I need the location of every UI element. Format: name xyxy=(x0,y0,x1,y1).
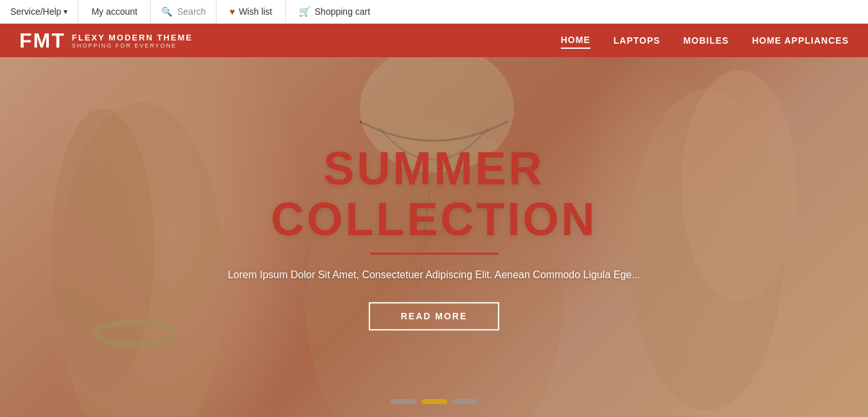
logo-tagline: SHOPPING FOR EVERYONE xyxy=(72,42,193,49)
my-account-menu[interactable]: My account xyxy=(78,0,151,23)
nav-link-mobiles[interactable]: MOBILES xyxy=(684,33,729,48)
hero-section: SUMMER COLLECTION Lorem Ipsum Dolor Sit … xyxy=(0,57,868,417)
heart-icon: ♥ xyxy=(229,6,235,17)
carousel-dot-3[interactable] xyxy=(452,399,478,404)
logo[interactable]: FMT FLEXY MODERN THEME SHOPPING FOR EVER… xyxy=(19,29,193,53)
carousel-dots xyxy=(391,399,478,404)
search-placeholder: Search xyxy=(177,6,206,17)
logo-name: FLEXY MODERN THEME xyxy=(72,33,193,42)
wish-list-link[interactable]: ♥ Wish list xyxy=(217,0,285,23)
search-bar[interactable]: 🔍 Search xyxy=(151,0,216,23)
hero-title: SUMMER COLLECTION xyxy=(209,143,659,245)
shopping-cart-link[interactable]: 🛒 Shopping cart xyxy=(286,0,383,23)
nav-link-laptops[interactable]: LAPTOPS xyxy=(614,33,660,48)
read-more-button[interactable]: READ MORE xyxy=(369,303,500,331)
main-navbar: FMT FLEXY MODERN THEME SHOPPING FOR EVER… xyxy=(0,24,868,57)
shopping-cart-label: Shopping cart xyxy=(315,6,370,17)
hero-content: SUMMER COLLECTION Lorem Ipsum Dolor Sit … xyxy=(209,143,659,330)
nav-link-home-appliances[interactable]: HOME APPLIANCES xyxy=(752,33,849,48)
nav-link-home[interactable]: HOME xyxy=(561,32,590,49)
wish-list-label: Wish list xyxy=(239,6,272,17)
carousel-dot-2[interactable] xyxy=(421,399,447,404)
my-account-label: My account xyxy=(91,6,137,17)
service-help-menu[interactable]: Service/Help ▾ xyxy=(0,0,78,23)
carousel-dot-1[interactable] xyxy=(391,399,416,404)
service-help-arrow: ▾ xyxy=(64,7,67,16)
hero-subtitle: Lorem Ipsum Dolor Sit Amet, Consectetuer… xyxy=(209,268,659,283)
logo-fmt: FMT xyxy=(19,29,66,53)
search-icon: 🔍 xyxy=(161,6,172,17)
hero-divider xyxy=(370,253,499,255)
logo-text: FLEXY MODERN THEME SHOPPING FOR EVERYONE xyxy=(72,33,193,49)
nav-links: HOME LAPTOPS MOBILES HOME APPLIANCES xyxy=(561,32,849,49)
cart-icon: 🛒 xyxy=(299,6,311,17)
service-help-label: Service/Help xyxy=(10,6,61,17)
top-bar-right: ♥ Wish list 🛒 Shopping cart xyxy=(216,0,383,23)
top-bar-left: Service/Help ▾ My account 🔍 Search xyxy=(0,0,216,23)
top-bar: Service/Help ▾ My account 🔍 Search ♥ Wis… xyxy=(0,0,868,24)
